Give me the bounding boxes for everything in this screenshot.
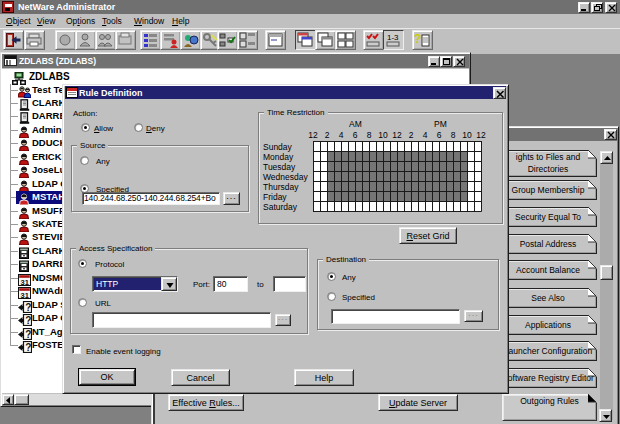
svg-text:1-3: 1-3 <box>387 33 399 42</box>
svg-text:?: ? <box>414 32 421 46</box>
svg-text:?: ? <box>25 342 31 353</box>
svg-text:?: ? <box>25 328 31 339</box>
svg-text:?: ? <box>25 301 31 312</box>
svg-text:?: ? <box>25 315 31 326</box>
